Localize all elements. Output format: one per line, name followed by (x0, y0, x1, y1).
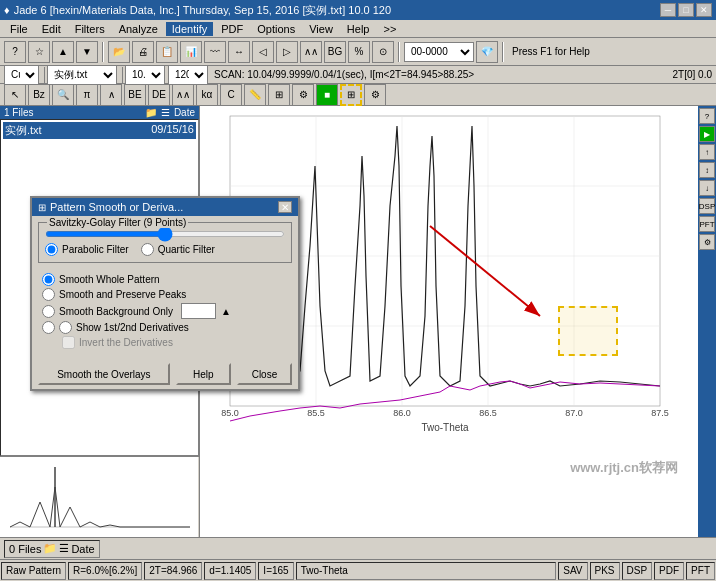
print-btn[interactable]: 🖨 (132, 41, 154, 63)
zoom-btn[interactable]: Bz (28, 84, 50, 106)
angle-value: 2T=84.966 (149, 565, 197, 576)
filter-slider[interactable] (45, 231, 285, 237)
smooth-bg-input[interactable]: -3.0 (181, 303, 216, 319)
maximize-button[interactable]: □ (678, 3, 694, 17)
menu-pdf[interactable]: PDF (215, 22, 249, 36)
invert-row: Invert the Derivatives (42, 336, 288, 349)
element-combo[interactable]: Cu (4, 65, 39, 85)
sidebar-btn-3[interactable]: ↑ (699, 144, 715, 160)
smooth-preserve-radio[interactable] (42, 288, 55, 301)
ruler-btn[interactable]: 📏 (244, 84, 266, 106)
date-label2: Date (71, 543, 94, 555)
gem-btn[interactable]: 💎 (476, 41, 498, 63)
smooth-overlays-button[interactable]: Smooth the Overlays (38, 363, 170, 385)
derivatives-label: Show 1st/2nd Derivatives (76, 322, 189, 333)
help-btn[interactable]: ? (4, 41, 26, 63)
sidebar-btn-7[interactable]: PFT (699, 216, 715, 232)
file-combo[interactable]: 实例.txt (47, 65, 117, 85)
sidebar-btn-4[interactable]: ↕ (699, 162, 715, 178)
invert-checkbox[interactable] (62, 336, 75, 349)
down-btn[interactable]: ▼ (76, 41, 98, 63)
range-combo[interactable]: 00-0000 (404, 42, 474, 62)
folder-icon2[interactable]: 📁 (43, 542, 57, 555)
close-dialog-button[interactable]: Close (237, 363, 292, 385)
list-item[interactable]: 实例.txt 09/15/16 (3, 122, 196, 139)
copy-btn[interactable]: 📋 (156, 41, 178, 63)
sidebar-btn-2[interactable]: ▶ (699, 126, 715, 142)
list-icon2[interactable]: ☰ (59, 542, 69, 555)
dialog-close-button[interactable]: ✕ (278, 201, 292, 213)
lambda-btn[interactable]: ∧∧ (172, 84, 194, 106)
sidebar-btn-5[interactable]: ↓ (699, 180, 715, 196)
menu-filters[interactable]: Filters (69, 22, 111, 36)
peaks-btn[interactable]: ∧∧ (300, 41, 322, 63)
close-button[interactable]: ✕ (696, 3, 712, 17)
c-btn[interactable]: C (220, 84, 242, 106)
menu-analyze[interactable]: Analyze (113, 22, 164, 36)
green-btn[interactable]: ■ (316, 84, 338, 106)
menu-file[interactable]: File (4, 22, 34, 36)
help-button[interactable]: Help (176, 363, 231, 385)
quartic-radio[interactable] (141, 243, 154, 256)
sidebar-btn-8[interactable]: ⚙ (699, 234, 715, 250)
pft-cell[interactable]: PFT (686, 562, 715, 580)
title-bar: ♦ Jade 6 [hexin/Materials Data, Inc.] Th… (0, 0, 716, 20)
dialog-footer: Smooth the Overlays Help Close (32, 359, 298, 389)
sav-cell[interactable]: SAV (558, 562, 587, 580)
derivatives-radio2[interactable] (59, 321, 72, 334)
smooth-whole-radio[interactable] (42, 273, 55, 286)
open-btn[interactable]: 📂 (108, 41, 130, 63)
icon-btn[interactable]: ⊞ (268, 84, 290, 106)
menu-identify[interactable]: Identify (166, 22, 213, 36)
de-btn[interactable]: DE (148, 84, 170, 106)
parabolic-radio[interactable] (45, 243, 58, 256)
greek-btn[interactable]: π (76, 84, 98, 106)
filter-group: Savitzky-Golay Filter (9 Points) Parabol… (38, 222, 292, 263)
circle-btn[interactable]: ⊙ (372, 41, 394, 63)
menu-options[interactable]: Options (251, 22, 301, 36)
pks-label: PKS (595, 565, 615, 576)
list-icon[interactable]: ☰ (161, 107, 170, 118)
cursor-btn[interactable]: ↖ (4, 84, 26, 106)
dsp-label: DSP (627, 565, 648, 576)
chart-btn[interactable]: 📊 (180, 41, 202, 63)
search-btn[interactable]: 🔍 (52, 84, 74, 106)
up-btn[interactable]: ▲ (52, 41, 74, 63)
settings2-btn[interactable]: ⚙ (364, 84, 386, 106)
gear-btn[interactable]: ⚙ (292, 84, 314, 106)
pks-cell[interactable]: PKS (590, 562, 620, 580)
pdf-label: PDF (659, 565, 679, 576)
grid-btn[interactable]: ⊞ (340, 84, 362, 106)
arrow-btn[interactable]: ↔ (228, 41, 250, 63)
menu-more[interactable]: >> (377, 22, 402, 36)
menu-edit[interactable]: Edit (36, 22, 67, 36)
count-combo[interactable]: 120 (168, 65, 208, 85)
fwd-btn[interactable]: ▷ (276, 41, 298, 63)
window-title: Jade 6 [hexin/Materials Data, Inc.] Thur… (14, 3, 391, 18)
peak-btn[interactable]: ∧ (100, 84, 122, 106)
sidebar-btn-6[interactable]: DSP (699, 198, 715, 214)
menu-help[interactable]: Help (341, 22, 376, 36)
dsp-cell[interactable]: DSP (622, 562, 653, 580)
intensity-cell: I=165 (258, 562, 293, 580)
pattern-label: Raw Pattern (6, 565, 61, 576)
pdf-cell[interactable]: PDF (654, 562, 684, 580)
sidebar-btn-1[interactable]: ? (699, 108, 715, 124)
sav-label: SAV (563, 565, 582, 576)
folder-icon[interactable]: 📁 (145, 107, 157, 118)
dialog-content: Savitzky-Golay Filter (9 Points) Parabol… (32, 216, 298, 359)
smooth-bg-radio[interactable] (42, 305, 55, 318)
bg-btn[interactable]: BG (324, 41, 346, 63)
spin-up[interactable]: ▲ (221, 306, 231, 317)
wave-btn[interactable]: 〰 (204, 41, 226, 63)
scale-combo[interactable]: 10.0 (125, 65, 165, 85)
star-btn[interactable]: ☆ (28, 41, 50, 63)
kg-btn[interactable]: kα (196, 84, 218, 106)
back-btn[interactable]: ◁ (252, 41, 274, 63)
pct-btn[interactable]: % (348, 41, 370, 63)
minimize-button[interactable]: ─ (660, 3, 676, 17)
dialog-title-bar: ⊞ Pattern Smooth or Deriva... ✕ (32, 198, 298, 216)
be-btn[interactable]: BE (124, 84, 146, 106)
derivatives-radio[interactable] (42, 321, 55, 334)
menu-view[interactable]: View (303, 22, 339, 36)
